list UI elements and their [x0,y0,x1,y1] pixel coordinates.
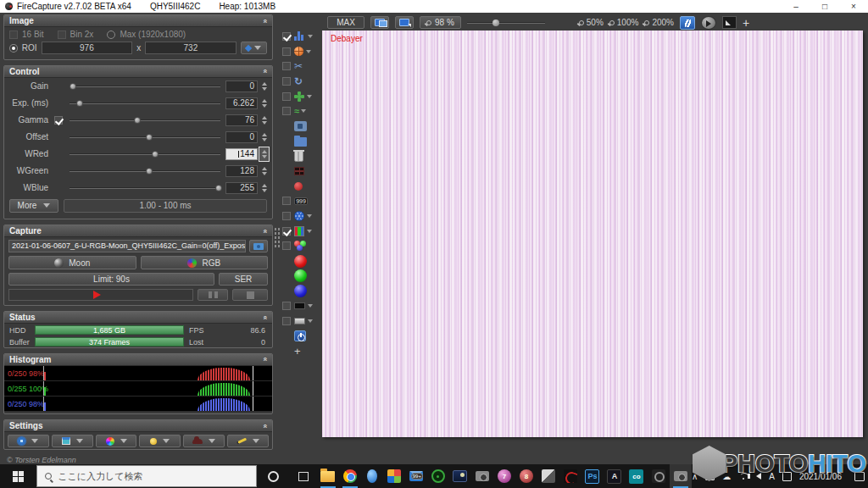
roi-height-input[interactable]: 732 [145,42,236,54]
capture-preview-button[interactable] [701,16,716,30]
taskbar-app-explorer[interactable] [317,464,339,488]
start-button[interactable] [0,464,36,488]
wred-value-input[interactable]: 144 [225,148,258,160]
debayer-icon[interactable] [294,226,304,236]
guiding-icon[interactable] [294,211,304,221]
max-zoom-button[interactable]: MAX [327,16,364,29]
general-settings-button[interactable] [8,435,49,447]
color-mode-button[interactable]: RGB [141,256,269,269]
stop-button[interactable] [232,289,268,301]
close-button[interactable]: × [839,0,868,13]
frame-count-icon[interactable]: 999 [294,197,308,205]
collapse-icon[interactable]: « [260,229,269,233]
taskbar-app-photoshop[interactable]: Ps [581,464,604,488]
taskbar-app-orb-7-app[interactable]: 7 [493,464,515,488]
annotate-settings-button[interactable] [227,435,269,447]
zoom-200-button[interactable]: 200% [644,18,674,27]
more-button[interactable]: More [9,199,58,213]
offset-slider[interactable] [70,133,220,141]
seeing-icon[interactable]: ≈ [294,106,298,116]
exp-slider[interactable] [70,99,220,108]
roi-preset-dropdown[interactable] [241,42,267,54]
taskbar-app-photos[interactable] [383,464,405,488]
crosshair-icon[interactable]: ✂ [294,60,303,72]
open-folder-icon[interactable] [294,137,307,147]
taskbar-app-metro-app[interactable] [537,464,559,488]
collapse-icon[interactable]: « [260,358,269,362]
histogram-checkbox[interactable] [282,32,291,41]
bit16-checkbox[interactable] [9,30,18,39]
taskbar-app-lens-app[interactable] [648,464,670,488]
offset-slider-thumb[interactable] [146,134,153,141]
histogram-icon[interactable] [294,31,305,41]
gamma-value-input[interactable]: 76 [225,114,258,126]
gamma-slider-thumb[interactable] [134,117,141,124]
exp-value-input[interactable]: 6.262 [225,97,258,109]
reticle-icon[interactable] [294,47,303,56]
maximize-button[interactable]: □ [810,0,839,13]
align-checkbox[interactable] [282,92,291,101]
toolbar-grip-handle[interactable] [273,226,280,248]
record-button[interactable] [8,289,193,301]
wred-spinner[interactable] [259,147,269,161]
gain-slider-thumb[interactable] [70,83,76,90]
wgreen-slider[interactable] [70,167,220,175]
format-button[interactable]: SER [219,273,268,286]
taskbar-app-firecapture[interactable] [670,464,692,488]
cortana-button[interactable] [257,471,289,482]
minimize-button[interactable]: – [782,0,810,13]
rotate-icon[interactable]: ↻ [294,75,303,87]
crosshair-checkbox[interactable] [282,62,291,70]
bin2x-checkbox[interactable] [58,30,66,39]
taskbar-app-mail[interactable]: 99+ [405,464,427,488]
taskbar-app-co-app[interactable]: co [626,464,648,488]
gain-slider[interactable] [70,82,220,91]
zoom-value-button[interactable]: 98 % [420,16,461,29]
frame-count-checkbox[interactable] [282,197,291,205]
fullscreen-button[interactable] [722,16,737,29]
dark-frame-icon[interactable] [294,167,304,175]
add-tool-icon[interactable]: + [294,345,301,358]
taskbar-app-orb-8-app[interactable]: 8 [515,464,537,488]
gamma-spinner[interactable] [259,114,269,127]
wred-slider[interactable] [70,150,220,158]
taskbar-app-blue-app[interactable] [361,464,383,488]
flat-level-icon[interactable] [294,318,305,324]
rgb-balance-checkbox[interactable] [282,241,291,250]
taskbar-app-target-app[interactable] [427,464,449,488]
exp-spinner[interactable] [259,97,269,110]
zoom-slider-thumb[interactable] [492,19,499,26]
wblue-value-input[interactable]: 255 [225,182,258,194]
rgb-balance-icon[interactable] [294,241,306,251]
gamma-slider[interactable] [70,116,220,125]
zoom-50-button[interactable]: 50% [579,18,604,27]
wred-slider-thumb[interactable] [152,151,159,158]
zoom-100-button[interactable]: 100% [609,18,639,27]
gain-value-input[interactable]: 0 [225,80,258,92]
roi-radio[interactable] [9,44,18,53]
align-icon[interactable] [294,92,304,102]
red-channel-icon[interactable] [294,255,307,268]
seeing-checkbox[interactable] [282,107,291,115]
collapse-icon[interactable]: « [260,69,269,74]
wblue-spinner[interactable] [259,181,269,195]
delete-icon[interactable] [294,151,303,162]
weather-settings-button[interactable] [183,435,225,447]
taskbar-search-input[interactable]: ここに入力して検索 [36,465,257,487]
black-level-icon[interactable] [294,302,305,309]
flat-level-checkbox[interactable] [282,317,291,325]
offset-spinner[interactable] [259,130,269,144]
guiding-checkbox[interactable] [282,212,291,220]
snapshot-button[interactable] [249,240,268,252]
snapshot-icon[interactable] [294,121,307,131]
display-settings-button[interactable] [52,435,93,447]
wgreen-spinner[interactable] [259,164,269,178]
wgreen-value-input[interactable]: 128 [225,165,258,177]
planet-settings-button[interactable] [139,435,181,447]
object-button[interactable]: Moon [8,256,136,269]
debayer-checkbox[interactable] [282,227,291,236]
black-level-checkbox[interactable] [282,302,291,310]
fit-window-button[interactable] [395,16,414,29]
reticle-checkbox[interactable] [282,47,291,56]
pause-button[interactable] [198,289,228,301]
